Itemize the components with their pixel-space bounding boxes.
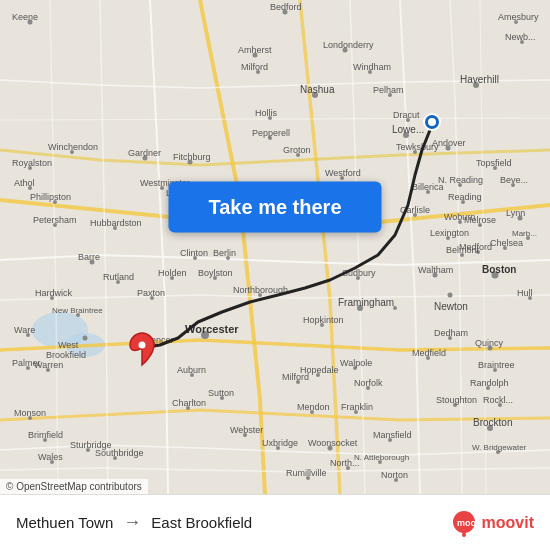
svg-text:W. Bridgewater: W. Bridgewater bbox=[472, 443, 527, 452]
svg-text:Randolph: Randolph bbox=[470, 378, 509, 388]
svg-text:Amherst: Amherst bbox=[238, 45, 272, 55]
svg-text:Ware: Ware bbox=[14, 325, 35, 335]
svg-text:Sutton: Sutton bbox=[208, 388, 234, 398]
route-info: Methuen Town → East Brookfield bbox=[16, 512, 450, 533]
moovit-icon: moov bbox=[450, 509, 478, 537]
svg-text:Rutland: Rutland bbox=[103, 272, 134, 282]
svg-text:Westford: Westford bbox=[325, 168, 361, 178]
svg-text:Charlton: Charlton bbox=[172, 398, 206, 408]
svg-text:Londonderry: Londonderry bbox=[323, 40, 374, 50]
svg-text:Keene: Keene bbox=[12, 12, 38, 22]
svg-text:Barre: Barre bbox=[78, 252, 100, 262]
svg-text:Boston: Boston bbox=[482, 264, 516, 275]
svg-text:Newb...: Newb... bbox=[505, 32, 536, 42]
direction-arrow: → bbox=[123, 512, 141, 533]
svg-text:Hubbardston: Hubbardston bbox=[90, 218, 142, 228]
svg-text:Phillipston: Phillipston bbox=[30, 192, 71, 202]
svg-point-106 bbox=[83, 336, 88, 341]
moovit-text: moovit bbox=[482, 514, 534, 532]
svg-text:Wales: Wales bbox=[38, 452, 63, 462]
svg-text:Pelham: Pelham bbox=[373, 85, 404, 95]
svg-text:Auburn: Auburn bbox=[177, 365, 206, 375]
svg-text:Windham: Windham bbox=[353, 62, 391, 72]
svg-text:Milford: Milford bbox=[282, 372, 309, 382]
svg-text:Melrose: Melrose bbox=[464, 215, 496, 225]
svg-text:Monson: Monson bbox=[14, 408, 46, 418]
svg-text:Pepperell: Pepperell bbox=[252, 128, 290, 138]
svg-text:Paxton: Paxton bbox=[137, 288, 165, 298]
bottom-bar: Methuen Town → East Brookfield moov moov… bbox=[0, 494, 550, 550]
svg-text:Topsfield: Topsfield bbox=[476, 158, 512, 168]
svg-text:Stoughton: Stoughton bbox=[436, 395, 477, 405]
svg-text:Mansfield: Mansfield bbox=[373, 430, 412, 440]
svg-point-202 bbox=[428, 118, 436, 126]
svg-text:Lynn: Lynn bbox=[506, 208, 525, 218]
svg-text:Rumillville: Rumillville bbox=[286, 468, 327, 478]
svg-text:Mendon: Mendon bbox=[297, 402, 330, 412]
svg-text:Dracut: Dracut bbox=[393, 110, 420, 120]
svg-point-205 bbox=[462, 533, 466, 537]
svg-text:Milford: Milford bbox=[241, 62, 268, 72]
svg-text:Uxbridge: Uxbridge bbox=[262, 438, 298, 448]
svg-text:Nashua: Nashua bbox=[300, 84, 335, 95]
svg-text:Newton: Newton bbox=[434, 301, 468, 312]
svg-text:Amesbury: Amesbury bbox=[498, 12, 539, 22]
map-background: Keene Bedford Amherst Milford Londonderr… bbox=[0, 0, 550, 494]
svg-text:Reading: Reading bbox=[448, 192, 482, 202]
attribution-text: © OpenStreetMap contributors bbox=[6, 481, 142, 492]
svg-text:Lowe...: Lowe... bbox=[392, 124, 424, 135]
svg-text:Woonsocket: Woonsocket bbox=[308, 438, 358, 448]
svg-text:moov: moov bbox=[457, 518, 478, 528]
svg-text:Franklin: Franklin bbox=[341, 402, 373, 412]
svg-text:Framingham: Framingham bbox=[338, 297, 394, 308]
svg-text:Norton: Norton bbox=[381, 470, 408, 480]
svg-text:Hull: Hull bbox=[517, 288, 533, 298]
svg-text:Norfolk: Norfolk bbox=[354, 378, 383, 388]
svg-point-89 bbox=[448, 293, 453, 298]
svg-text:Andover: Andover bbox=[432, 138, 466, 148]
svg-text:N. Reading: N. Reading bbox=[438, 175, 483, 185]
svg-text:Walpole: Walpole bbox=[340, 358, 372, 368]
svg-text:Clinton: Clinton bbox=[180, 248, 208, 258]
svg-text:Webster: Webster bbox=[230, 425, 263, 435]
svg-text:Bedford: Bedford bbox=[270, 2, 302, 12]
svg-text:Billerica: Billerica bbox=[412, 182, 444, 192]
map-container: Keene Bedford Amherst Milford Londonderr… bbox=[0, 0, 550, 494]
svg-text:Winchendon: Winchendon bbox=[48, 142, 98, 152]
svg-text:Hollis: Hollis bbox=[255, 108, 278, 118]
svg-text:Braintree: Braintree bbox=[478, 360, 515, 370]
take-me-there-button[interactable]: Take me there bbox=[168, 182, 381, 233]
svg-text:Marb...: Marb... bbox=[512, 229, 537, 238]
svg-text:Dedham: Dedham bbox=[434, 328, 468, 338]
svg-text:Lexington: Lexington bbox=[430, 228, 469, 238]
svg-text:Petersham: Petersham bbox=[33, 215, 77, 225]
svg-text:Royalston: Royalston bbox=[12, 158, 52, 168]
svg-point-203 bbox=[139, 342, 146, 349]
svg-text:Hopkinton: Hopkinton bbox=[303, 315, 344, 325]
svg-text:Fitchburg: Fitchburg bbox=[173, 152, 211, 162]
svg-text:Haverhill: Haverhill bbox=[460, 74, 499, 85]
svg-text:North...: North... bbox=[330, 458, 360, 468]
map-attribution: © OpenStreetMap contributors bbox=[0, 479, 148, 494]
svg-text:Brimfield: Brimfield bbox=[28, 430, 63, 440]
svg-text:Boylston: Boylston bbox=[198, 268, 233, 278]
svg-text:New Braintree: New Braintree bbox=[52, 306, 103, 315]
svg-text:Holden: Holden bbox=[158, 268, 187, 278]
svg-text:Groton: Groton bbox=[283, 145, 311, 155]
svg-text:Athol: Athol bbox=[14, 178, 35, 188]
to-location: East Brookfield bbox=[151, 514, 252, 531]
svg-text:Waltham: Waltham bbox=[418, 265, 453, 275]
moovit-logo: moov moovit bbox=[450, 509, 534, 537]
svg-text:Hardwick: Hardwick bbox=[35, 288, 73, 298]
svg-text:Berlin: Berlin bbox=[213, 248, 236, 258]
svg-text:Medfield: Medfield bbox=[412, 348, 446, 358]
svg-text:Gardner: Gardner bbox=[128, 148, 161, 158]
svg-text:Beve...: Beve... bbox=[500, 175, 528, 185]
svg-text:Rockl...: Rockl... bbox=[483, 395, 513, 405]
svg-text:Chelsea: Chelsea bbox=[490, 238, 523, 248]
svg-text:N. Attleborough: N. Attleborough bbox=[354, 453, 409, 462]
svg-text:Southbridge: Southbridge bbox=[95, 448, 144, 458]
from-location: Methuen Town bbox=[16, 514, 113, 531]
svg-text:West: West bbox=[58, 340, 79, 350]
svg-text:Belmont: Belmont bbox=[446, 245, 480, 255]
